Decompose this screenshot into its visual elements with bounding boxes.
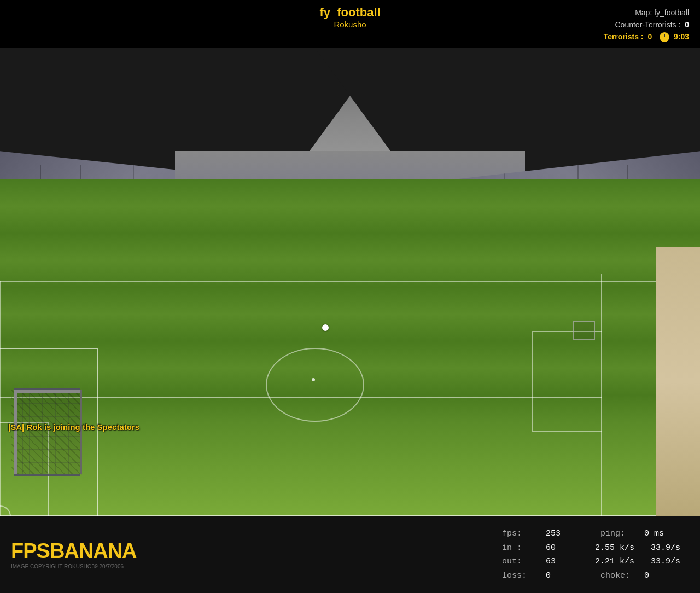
map-title-area: fy_football Rokusho bbox=[319, 5, 380, 29]
ct-label: Counter-Terrorists : bbox=[615, 20, 681, 29]
chat-message: |SA| Rok is joining the Spectators bbox=[8, 422, 139, 432]
stats-grid: fps: 253 ping: 0 ms in : 60 2.55 k/s 33.… bbox=[502, 527, 684, 583]
stats-row-4: loss: 0 choke: 0 bbox=[502, 569, 684, 583]
ping-value: 0 ms bbox=[644, 527, 677, 541]
t-score-line: Terrorists : 0 9:03 bbox=[604, 31, 689, 43]
stats-area: fps: 253 ping: 0 ms in : 60 2.55 k/s 33.… bbox=[153, 516, 700, 593]
map-label: Map: fy_football bbox=[635, 8, 689, 17]
t-label: Terrorists : bbox=[604, 32, 644, 41]
out-rate1: 2.21 k/s bbox=[595, 555, 634, 569]
fpsbanana-logo: FPSBANANA bbox=[11, 540, 142, 561]
loss-value: 0 bbox=[546, 569, 579, 583]
ct-score: 0 bbox=[685, 20, 689, 29]
svg-rect-0 bbox=[16, 390, 80, 474]
game-viewport: BOUNTY bbox=[0, 48, 700, 516]
out-rate2: 33.9/s bbox=[651, 555, 684, 569]
loss-label: loss: bbox=[502, 569, 535, 583]
in-value: 60 bbox=[546, 541, 579, 555]
stats-row-2: in : 60 2.55 k/s 33.9/s bbox=[502, 541, 684, 555]
fps-text: FPS bbox=[11, 539, 50, 562]
in-rate1: 2.55 k/s bbox=[595, 541, 634, 555]
timer-icon bbox=[660, 32, 669, 42]
in-label: in : bbox=[502, 541, 535, 555]
right-wall bbox=[656, 247, 700, 516]
choke-label: choke: bbox=[600, 569, 633, 583]
t-score: 0 bbox=[648, 32, 652, 41]
ct-score-line: Counter-Terrorists : 0 bbox=[604, 19, 689, 31]
fps-value: 253 bbox=[546, 527, 579, 541]
map-name: fy_football bbox=[319, 5, 380, 20]
logo-area: FPSBANANA IMAGE COPYRIGHT ROKUSHO39 20/7… bbox=[0, 516, 153, 593]
copyright-text: IMAGE COPYRIGHT ROKUSHO39 20/7/2006 bbox=[11, 563, 142, 569]
soccer-ball bbox=[322, 324, 329, 331]
hud-scores: Map: fy_football Counter-Terrorists : 0 … bbox=[604, 7, 689, 43]
stats-row-1: fps: 253 ping: 0 ms bbox=[502, 527, 684, 541]
in-rate2: 33.9/s bbox=[651, 541, 684, 555]
out-label: out: bbox=[502, 555, 535, 569]
pitch bbox=[0, 179, 700, 516]
choke-value: 0 bbox=[644, 569, 677, 583]
map-subtitle: Rokusho bbox=[319, 20, 380, 29]
banana-text: BANANA bbox=[50, 539, 137, 562]
timer-value: 9:03 bbox=[674, 32, 689, 41]
ping-label: ping: bbox=[600, 527, 633, 541]
goal-far bbox=[573, 321, 595, 340]
fps-label: fps: bbox=[502, 527, 535, 541]
goal-left bbox=[14, 388, 80, 476]
top-hud: fy_football Rokusho Map: fy_football Cou… bbox=[0, 0, 700, 48]
field-lines bbox=[0, 179, 700, 516]
chat-overlay: |SA| Rok is joining the Spectators bbox=[8, 422, 139, 432]
stats-row-3: out: 63 2.21 k/s 33.9/s bbox=[502, 555, 684, 569]
out-value: 63 bbox=[546, 555, 579, 569]
bottom-hud: FPSBANANA IMAGE COPYRIGHT ROKUSHO39 20/7… bbox=[0, 516, 700, 593]
